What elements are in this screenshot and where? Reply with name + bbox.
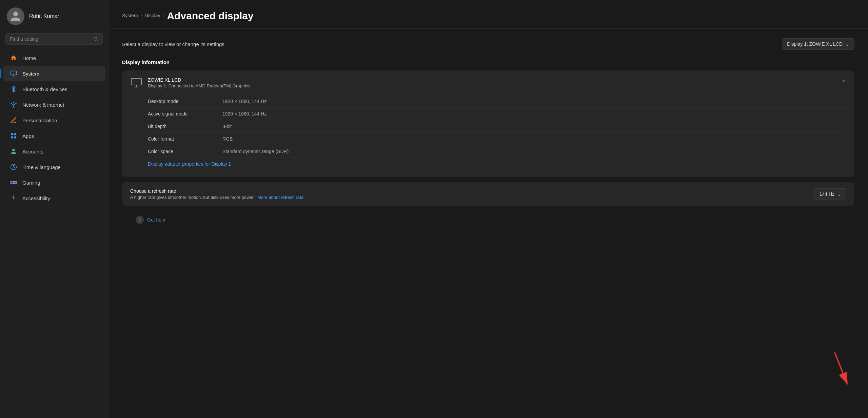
search-input[interactable] — [10, 36, 90, 42]
color-format-label: Color format — [148, 136, 222, 142]
user-name: Rohit Kumar — [29, 13, 59, 19]
refresh-rate-desc: A higher rate gives smoother motion, but… — [130, 195, 808, 200]
accessibility-icon — [9, 194, 18, 202]
sidebar-item-label: Bluetooth & devices — [22, 86, 67, 92]
info-row-signal: Active signal mode 1920 × 1080, 144 Hz — [148, 108, 846, 120]
footer: ? Get help — [122, 206, 854, 233]
refresh-rate-dropdown[interactable]: 144 Hz ⌄ — [814, 188, 846, 200]
system-icon — [9, 69, 18, 78]
sidebar-item-label: Personalization — [22, 118, 57, 123]
bit-depth-value: 8-bit — [222, 124, 232, 129]
page-header: System › Display › Advanced display — [108, 0, 868, 29]
monitor-name: ZOWIE XL LCD — [148, 77, 250, 83]
breadcrumb: System › Display › Advanced display — [122, 9, 854, 22]
sidebar-item-label: Gaming — [22, 180, 40, 186]
sidebar-item-gaming[interactable]: Gaming — [3, 175, 105, 190]
desktop-mode-value: 1920 × 1080, 144 Hz — [222, 99, 267, 104]
color-space-value: Standard dynamic range (SDR) — [222, 149, 289, 154]
svg-point-3 — [13, 102, 14, 103]
sidebar-item-accounts[interactable]: Accounts — [3, 144, 105, 159]
refresh-rate-info: Choose a refresh rate A higher rate give… — [130, 188, 808, 200]
svg-point-9 — [13, 195, 14, 196]
refresh-rate-value: 144 Hz — [820, 191, 834, 197]
svg-point-0 — [94, 37, 97, 40]
info-row-bitdepth: Bit depth 8-bit — [148, 120, 846, 133]
time-icon — [9, 163, 18, 171]
svg-rect-5 — [14, 133, 16, 135]
personalization-icon — [9, 116, 18, 124]
get-help-icon: ? — [136, 216, 144, 224]
display-selector-label: Select a display to view or change its s… — [122, 41, 224, 47]
bluetooth-icon — [9, 85, 18, 93]
sidebar-item-label: Accounts — [22, 149, 43, 154]
sidebar-item-label: System — [22, 71, 39, 77]
refresh-rate-link[interactable]: More about refresh rate — [257, 195, 303, 200]
svg-rect-4 — [11, 133, 13, 135]
avatar — [7, 7, 24, 25]
apps-icon — [9, 132, 18, 140]
svg-line-1 — [97, 40, 98, 41]
search-icon — [93, 36, 98, 42]
color-space-label: Color space — [148, 149, 222, 154]
display-info-card-header[interactable]: ZOWIE XL LCD Display 1: Connected to AMD… — [122, 70, 854, 95]
sidebar-item-network[interactable]: Network & internet — [3, 97, 105, 112]
info-row-colorformat: Color format RGB — [148, 133, 846, 145]
chevron-down-icon: ⌄ — [837, 191, 841, 197]
page-content: Select a display to view or change its s… — [108, 29, 868, 243]
get-help-link[interactable]: Get help — [147, 217, 165, 223]
signal-mode-value: 1920 × 1080, 144 Hz — [222, 111, 267, 117]
display-info-card: ZOWIE XL LCD Display 1: Connected to AMD… — [122, 70, 854, 177]
sidebar-item-label: Network & internet — [22, 102, 64, 108]
sidebar-item-time[interactable]: Time & language — [3, 160, 105, 174]
sidebar-item-system[interactable]: System — [3, 66, 105, 81]
desktop-mode-label: Desktop mode — [148, 99, 222, 104]
bit-depth-label: Bit depth — [148, 124, 222, 129]
display-selector-bar: Select a display to view or change its s… — [122, 38, 854, 50]
breadcrumb-sep-1: › — [141, 13, 142, 18]
info-row-colorspace: Color space Standard dynamic range (SDR) — [148, 145, 846, 158]
sidebar-item-accessibility[interactable]: Accessibility — [3, 191, 105, 206]
chevron-down-icon: ⌄ — [845, 41, 849, 47]
sidebar-item-label: Time & language — [22, 164, 61, 170]
sidebar-item-home[interactable]: Home — [3, 50, 105, 65]
sidebar-item-personalization[interactable]: Personalization — [3, 113, 105, 128]
monitor-subtitle: Display 1: Connected to AMD Radeon(TM) G… — [148, 83, 250, 88]
sidebar-item-label: Home — [22, 55, 36, 61]
color-format-value: RGB — [222, 136, 233, 142]
sidebar: Rohit Kumar Home System — [0, 0, 108, 418]
breadcrumb-system[interactable]: System — [122, 13, 138, 18]
user-section: Rohit Kumar — [0, 0, 108, 31]
breadcrumb-display[interactable]: Display — [145, 13, 160, 18]
svg-rect-2 — [11, 71, 17, 75]
gaming-icon — [9, 179, 18, 187]
main-content: System › Display › Advanced display Sele… — [108, 0, 868, 418]
sidebar-item-apps[interactable]: Apps — [3, 128, 105, 143]
section-title: Display information — [122, 59, 854, 65]
main-wrapper: System › Display › Advanced display Sele… — [108, 0, 868, 418]
chevron-up-icon: ⌃ — [841, 79, 846, 86]
svg-rect-10 — [131, 78, 141, 85]
home-icon — [9, 54, 18, 62]
display-info-card-body: Desktop mode 1920 × 1080, 144 Hz Active … — [122, 95, 854, 177]
refresh-rate-card: Choose a refresh rate A higher rate give… — [122, 182, 854, 206]
svg-rect-7 — [14, 137, 16, 139]
network-icon — [9, 101, 18, 109]
monitor-icon — [130, 77, 142, 89]
display-card-text: ZOWIE XL LCD Display 1: Connected to AMD… — [148, 77, 250, 88]
breadcrumb-sep-2: › — [163, 13, 164, 18]
svg-rect-6 — [11, 137, 13, 139]
refresh-rate-desc-text: A higher rate gives smoother motion, but… — [130, 195, 254, 200]
display-dropdown-value: Display 1: ZOWIE XL LCD — [787, 41, 843, 47]
signal-mode-label: Active signal mode — [148, 111, 222, 117]
search-box[interactable] — [5, 33, 103, 45]
sidebar-item-bluetooth[interactable]: Bluetooth & devices — [3, 82, 105, 97]
refresh-rate-title: Choose a refresh rate — [130, 188, 808, 194]
display-dropdown[interactable]: Display 1: ZOWIE XL LCD ⌄ — [782, 38, 854, 50]
sidebar-item-label: Apps — [22, 133, 34, 139]
sidebar-item-label: Accessibility — [22, 195, 50, 201]
info-row-desktop: Desktop mode 1920 × 1080, 144 Hz — [148, 95, 846, 108]
page-title: Advanced display — [167, 10, 254, 22]
accounts-icon — [9, 147, 18, 155]
adapter-properties-link[interactable]: Display adapter properties for Display 1 — [148, 158, 846, 170]
